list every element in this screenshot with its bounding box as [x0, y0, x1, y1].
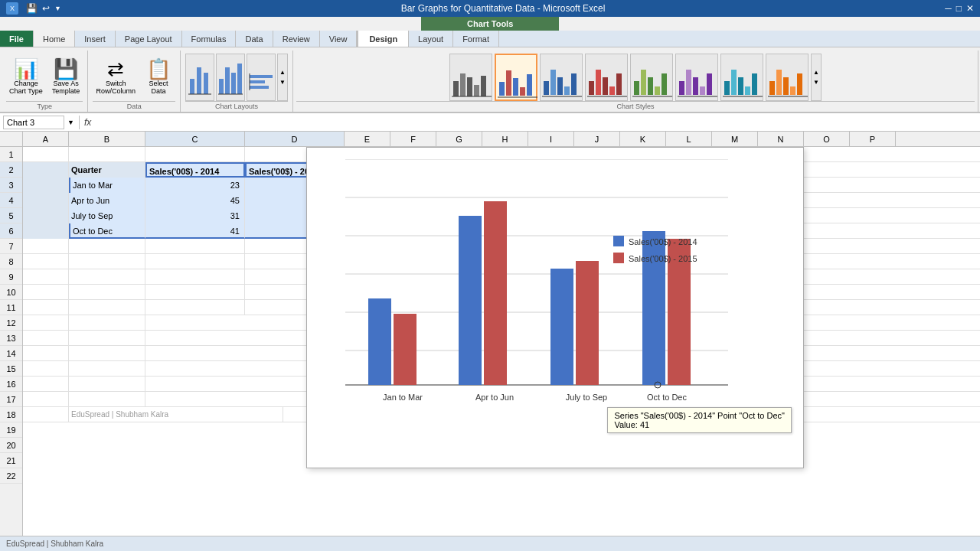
- fx-label: fx: [84, 117, 91, 128]
- chart-style-5[interactable]: [630, 54, 673, 101]
- chart-style-scroll[interactable]: ▲ ▼: [811, 54, 822, 101]
- svg-rect-0: [190, 79, 194, 94]
- chart-layout-1[interactable]: [185, 54, 214, 101]
- svg-rect-13: [453, 81, 459, 96]
- switch-label: SwitchRow/Column: [96, 80, 136, 96]
- col-header-e: E: [345, 132, 390, 146]
- tab-data[interactable]: Data: [236, 31, 273, 47]
- quick-access-save[interactable]: 💾: [26, 3, 38, 14]
- cell-c3[interactable]: 23: [145, 178, 245, 193]
- svg-rect-9: [250, 75, 273, 78]
- spreadsheet-area[interactable]: Quarter Sales('00$) - 2014 Sales('00$) -…: [23, 147, 980, 536]
- cell-b2[interactable]: Quarter: [69, 162, 145, 178]
- svg-rect-10: [250, 80, 265, 83]
- cell-b4[interactable]: Apr to Jun: [69, 193, 145, 208]
- svg-text:Oct to Dec: Oct to Dec: [647, 393, 687, 402]
- tab-review[interactable]: Review: [273, 31, 320, 47]
- tab-view[interactable]: View: [320, 31, 358, 47]
- formula-dropdown[interactable]: ▼: [67, 119, 74, 126]
- svg-rect-4: [219, 79, 224, 94]
- svg-rect-75: [368, 298, 391, 385]
- tab-file[interactable]: File: [0, 31, 34, 47]
- svg-rect-34: [609, 86, 615, 95]
- chart-style-7[interactable]: [720, 54, 763, 101]
- tab-format[interactable]: Format: [453, 31, 499, 47]
- svg-rect-78: [484, 201, 507, 385]
- col-header-l: L: [666, 132, 712, 146]
- cell-c6[interactable]: 41: [145, 223, 245, 239]
- formula-input[interactable]: [94, 118, 977, 127]
- chart-style-4[interactable]: [585, 54, 628, 101]
- ribbon-group-type: 📊 ChangeChart Type 💾 Save AsTemplate Typ…: [2, 51, 88, 112]
- svg-rect-33: [603, 77, 608, 95]
- chart-container[interactable]: 0 10 20 30 40 50 60: [306, 147, 804, 468]
- ribbon-group-chart-styles: ▲ ▼ Chart Styles: [293, 51, 978, 112]
- switch-row-column-button[interactable]: ⇄ SwitchRow/Column: [93, 56, 139, 99]
- svg-rect-59: [797, 73, 802, 95]
- svg-rect-25: [544, 81, 549, 95]
- tab-formulas[interactable]: Formulas: [182, 31, 237, 47]
- svg-rect-26: [550, 70, 556, 95]
- svg-rect-58: [790, 86, 795, 95]
- col-header-k: K: [620, 132, 666, 146]
- cell-b3[interactable]: Jan to Mar: [69, 178, 145, 193]
- select-data-label: SelectData: [149, 80, 168, 96]
- tooltip-line1: Series "Sales('00$) - 2014" Point "Oct t…: [614, 411, 785, 420]
- svg-rect-35: [616, 73, 622, 95]
- svg-rect-37: [634, 81, 639, 95]
- chart-style-1[interactable]: [449, 54, 492, 101]
- row-numbers: 1 2 3 4 5 6 7 8 9 10 11 12 13 14 15 16 1…: [0, 147, 23, 536]
- chart-style-6[interactable]: [675, 54, 718, 101]
- cell-c5[interactable]: 31: [145, 208, 245, 223]
- title-bar: X 💾 ↩ ▼ Bar Graphs for Quantitative Data…: [0, 0, 980, 17]
- change-chart-type-button[interactable]: 📊 ChangeChart Type: [6, 56, 46, 99]
- change-chart-type-label: ChangeChart Type: [9, 80, 43, 96]
- chart-layout-3[interactable]: [247, 54, 276, 101]
- svg-rect-51: [738, 77, 743, 95]
- name-box[interactable]: [3, 116, 64, 129]
- select-data-button[interactable]: 📋 SelectData: [142, 56, 175, 99]
- cell-b5[interactable]: July to Sep: [69, 208, 145, 223]
- col-header-h: H: [482, 132, 528, 146]
- svg-rect-28: [564, 86, 570, 95]
- col-header-n: N: [758, 132, 804, 146]
- svg-rect-5: [225, 67, 230, 94]
- col-header-a: A: [23, 132, 69, 146]
- svg-rect-23: [527, 74, 532, 96]
- cell-c4[interactable]: 45: [145, 193, 245, 208]
- chart-style-3[interactable]: [540, 54, 583, 101]
- chart-layout-dropdown[interactable]: ▲ ▼: [277, 54, 288, 101]
- chart-style-2[interactable]: [495, 54, 537, 101]
- svg-rect-22: [520, 87, 525, 96]
- col-header-g: G: [436, 132, 482, 146]
- tab-page-layout[interactable]: Page Layout: [116, 31, 182, 47]
- ribbon-group-chart-layouts: ▲ ▼ Chart Layouts: [181, 51, 293, 112]
- svg-rect-21: [513, 78, 518, 96]
- quick-access-undo[interactable]: ↩: [42, 3, 50, 14]
- svg-rect-31: [589, 81, 594, 95]
- chart-layout-2[interactable]: [216, 54, 245, 101]
- tab-home[interactable]: Home: [34, 31, 75, 47]
- col-header-b: B: [69, 132, 145, 146]
- cell-c2[interactable]: Sales('00$) - 2014: [145, 162, 245, 178]
- svg-rect-43: [679, 81, 684, 95]
- col-header-f: F: [390, 132, 436, 146]
- svg-rect-39: [648, 77, 653, 95]
- col-header-d: D: [245, 132, 345, 146]
- svg-rect-32: [596, 70, 601, 95]
- save-as-template-button[interactable]: 💾 Save AsTemplate: [49, 56, 83, 99]
- tab-insert[interactable]: Insert: [75, 31, 116, 47]
- svg-rect-87: [613, 236, 624, 246]
- quick-access-dropdown[interactable]: ▼: [54, 5, 61, 12]
- tab-layout[interactable]: Layout: [409, 31, 453, 47]
- chart-tools-header: Chart Tools: [421, 17, 559, 31]
- svg-rect-40: [655, 86, 660, 95]
- ribbon-group-data-label: Data: [93, 101, 175, 112]
- svg-rect-27: [557, 77, 563, 95]
- save-as-template-icon: 💾: [54, 59, 78, 79]
- cell-b6[interactable]: Oct to Dec: [69, 223, 145, 239]
- svg-text:Sales('00$) - 2015: Sales('00$) - 2015: [629, 254, 697, 263]
- svg-rect-53: [752, 73, 757, 95]
- tab-design[interactable]: Design: [358, 31, 409, 47]
- chart-style-8[interactable]: [766, 54, 808, 101]
